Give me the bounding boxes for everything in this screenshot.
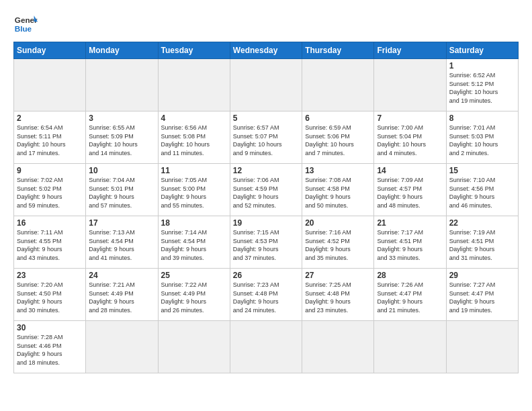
day-info: Sunrise: 7:19 AM Sunset: 4:51 PM Dayligh… [449,228,515,262]
day-number: 24 [89,271,154,280]
day-number: 28 [377,271,443,280]
day-number: 12 [233,166,299,175]
day-number: 10 [89,166,154,175]
day-number: 11 [161,166,227,175]
day-info: Sunrise: 7:00 AM Sunset: 5:04 PM Dayligh… [377,124,443,157]
calendar-cell: 3Sunrise: 6:55 AM Sunset: 5:09 PM Daylig… [86,111,158,164]
day-number: 8 [449,113,515,123]
weekday-header-thursday: Thursday [302,42,374,59]
day-info: Sunrise: 7:10 AM Sunset: 4:56 PM Dayligh… [449,176,515,210]
weekday-header-sunday: Sunday [14,42,86,59]
day-info: Sunrise: 7:14 AM Sunset: 4:54 PM Dayligh… [161,228,227,262]
day-number: 7 [377,113,443,123]
weekday-header-monday: Monday [86,42,158,59]
day-info: Sunrise: 6:57 AM Sunset: 5:07 PM Dayligh… [233,124,299,157]
calendar-cell: 6Sunrise: 6:59 AM Sunset: 5:06 PM Daylig… [302,111,374,164]
calendar-cell [302,321,374,373]
calendar-cell [158,59,230,111]
day-info: Sunrise: 7:08 AM Sunset: 4:58 PM Dayligh… [305,176,371,210]
day-info: Sunrise: 7:28 AM Sunset: 4:46 PM Dayligh… [17,333,83,367]
calendar-cell: 2Sunrise: 6:54 AM Sunset: 5:11 PM Daylig… [14,111,86,164]
generalblue-logo-icon: General Blue [13,11,38,35]
day-info: Sunrise: 7:09 AM Sunset: 4:57 PM Dayligh… [377,176,443,210]
calendar-cell: 26Sunrise: 7:23 AM Sunset: 4:48 PM Dayli… [230,269,302,321]
calendar-cell: 13Sunrise: 7:08 AM Sunset: 4:58 PM Dayli… [302,164,374,216]
calendar-cell: 11Sunrise: 7:05 AM Sunset: 5:00 PM Dayli… [158,164,230,216]
week-row-2: 2Sunrise: 6:54 AM Sunset: 5:11 PM Daylig… [14,111,519,164]
week-row-6: 30Sunrise: 7:28 AM Sunset: 4:46 PM Dayli… [14,321,519,373]
day-number: 17 [89,218,154,228]
day-number: 2 [17,113,83,123]
day-number: 30 [17,323,83,332]
week-row-5: 23Sunrise: 7:20 AM Sunset: 4:50 PM Dayli… [14,269,519,321]
day-info: Sunrise: 6:54 AM Sunset: 5:11 PM Dayligh… [17,124,83,157]
calendar-cell [374,59,446,111]
day-info: Sunrise: 7:26 AM Sunset: 4:47 PM Dayligh… [377,281,443,314]
day-info: Sunrise: 7:27 AM Sunset: 4:47 PM Dayligh… [449,281,515,314]
day-info: Sunrise: 7:25 AM Sunset: 4:48 PM Dayligh… [305,281,371,314]
calendar-table: SundayMondayTuesdayWednesdayThursdayFrid… [13,42,519,373]
day-number: 1 [449,61,515,71]
day-number: 20 [305,218,371,228]
day-number: 4 [161,113,227,123]
svg-text:Blue: Blue [15,24,32,33]
week-row-4: 16Sunrise: 7:11 AM Sunset: 4:55 PM Dayli… [14,216,519,269]
day-number: 16 [17,218,83,228]
calendar-cell: 4Sunrise: 6:56 AM Sunset: 5:08 PM Daylig… [158,111,230,164]
day-number: 13 [305,166,371,175]
weekday-header-friday: Friday [374,42,446,59]
day-info: Sunrise: 7:01 AM Sunset: 5:03 PM Dayligh… [449,124,515,157]
weekday-header-saturday: Saturday [446,42,518,59]
calendar-cell: 9Sunrise: 7:02 AM Sunset: 5:02 PM Daylig… [14,164,86,216]
day-number: 14 [377,166,443,175]
day-info: Sunrise: 7:16 AM Sunset: 4:52 PM Dayligh… [305,228,371,262]
weekday-header-wednesday: Wednesday [230,42,302,59]
calendar-cell: 29Sunrise: 7:27 AM Sunset: 4:47 PM Dayli… [446,269,518,321]
day-info: Sunrise: 7:04 AM Sunset: 5:01 PM Dayligh… [89,176,154,210]
calendar-cell: 24Sunrise: 7:21 AM Sunset: 4:49 PM Dayli… [86,269,158,321]
calendar-cell: 18Sunrise: 7:14 AM Sunset: 4:54 PM Dayli… [158,216,230,269]
logo: General Blue [13,11,38,35]
calendar-cell: 12Sunrise: 7:06 AM Sunset: 4:59 PM Dayli… [230,164,302,216]
day-info: Sunrise: 7:13 AM Sunset: 4:54 PM Dayligh… [89,228,154,262]
calendar-cell: 14Sunrise: 7:09 AM Sunset: 4:57 PM Dayli… [374,164,446,216]
calendar-cell [374,321,446,373]
calendar-cell: 15Sunrise: 7:10 AM Sunset: 4:56 PM Dayli… [446,164,518,216]
day-info: Sunrise: 7:23 AM Sunset: 4:48 PM Dayligh… [233,281,299,314]
calendar-cell [14,59,86,111]
day-number: 26 [233,271,299,280]
day-info: Sunrise: 6:52 AM Sunset: 5:12 PM Dayligh… [449,71,515,105]
calendar-cell [86,59,158,111]
day-number: 15 [449,166,515,175]
day-info: Sunrise: 6:59 AM Sunset: 5:06 PM Dayligh… [305,124,371,157]
calendar-cell: 30Sunrise: 7:28 AM Sunset: 4:46 PM Dayli… [14,321,86,373]
day-info: Sunrise: 6:55 AM Sunset: 5:09 PM Dayligh… [89,124,154,157]
day-number: 27 [305,271,371,280]
calendar-cell [446,321,518,373]
day-number: 23 [17,271,83,280]
calendar-cell: 5Sunrise: 6:57 AM Sunset: 5:07 PM Daylig… [230,111,302,164]
calendar-cell [86,321,158,373]
calendar-cell [302,59,374,111]
day-info: Sunrise: 7:02 AM Sunset: 5:02 PM Dayligh… [17,176,83,210]
calendar-cell: 16Sunrise: 7:11 AM Sunset: 4:55 PM Dayli… [14,216,86,269]
weekday-header-row: SundayMondayTuesdayWednesdayThursdayFrid… [14,42,519,59]
day-info: Sunrise: 7:15 AM Sunset: 4:53 PM Dayligh… [233,228,299,262]
day-info: Sunrise: 7:20 AM Sunset: 4:50 PM Dayligh… [17,281,83,314]
calendar-cell: 21Sunrise: 7:17 AM Sunset: 4:51 PM Dayli… [374,216,446,269]
calendar-cell: 19Sunrise: 7:15 AM Sunset: 4:53 PM Dayli… [230,216,302,269]
page: General Blue SundayMondayTuesdayWednesda… [0,0,532,380]
day-number: 19 [233,218,299,228]
day-number: 29 [449,271,515,280]
calendar-cell: 20Sunrise: 7:16 AM Sunset: 4:52 PM Dayli… [302,216,374,269]
calendar-cell: 7Sunrise: 7:00 AM Sunset: 5:04 PM Daylig… [374,111,446,164]
calendar-cell: 23Sunrise: 7:20 AM Sunset: 4:50 PM Dayli… [14,269,86,321]
week-row-1: 1Sunrise: 6:52 AM Sunset: 5:12 PM Daylig… [14,59,519,111]
calendar-cell: 8Sunrise: 7:01 AM Sunset: 5:03 PM Daylig… [446,111,518,164]
calendar-cell: 1Sunrise: 6:52 AM Sunset: 5:12 PM Daylig… [446,59,518,111]
day-info: Sunrise: 7:05 AM Sunset: 5:00 PM Dayligh… [161,176,227,210]
day-number: 25 [161,271,227,280]
calendar-cell [158,321,230,373]
day-info: Sunrise: 7:22 AM Sunset: 4:49 PM Dayligh… [161,281,227,314]
calendar-cell: 28Sunrise: 7:26 AM Sunset: 4:47 PM Dayli… [374,269,446,321]
